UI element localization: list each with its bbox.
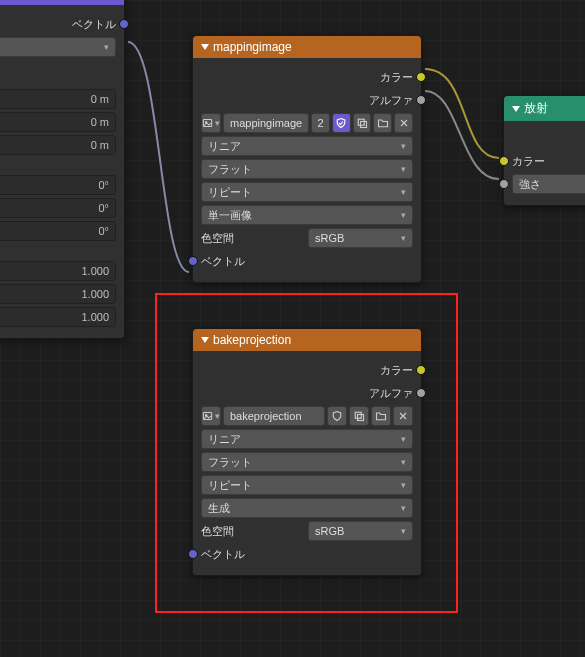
colorspace-label: 色空間 <box>201 231 234 246</box>
vector-output-socket[interactable] <box>119 19 129 29</box>
strength-input-socket[interactable] <box>499 179 509 189</box>
collapse-icon[interactable] <box>201 337 209 343</box>
fake-user-button[interactable] <box>332 113 351 133</box>
new-image-button[interactable] <box>353 113 372 133</box>
rot-y[interactable]: 0° <box>0 198 116 218</box>
vector-output-label: ベクトル <box>72 17 116 32</box>
extension-select[interactable]: リピート▾ <box>201 182 413 202</box>
image-icon <box>202 117 213 129</box>
duplicate-icon <box>353 410 365 422</box>
svg-rect-3 <box>361 122 367 128</box>
color-output-label: カラー <box>380 70 413 85</box>
unlink-button[interactable] <box>393 406 413 426</box>
svg-rect-7 <box>358 415 364 421</box>
colorspace-select[interactable]: sRGB▾ <box>308 521 413 541</box>
new-image-button[interactable] <box>349 406 369 426</box>
alpha-output-socket[interactable] <box>416 95 426 105</box>
projection-select[interactable]: フラット▾ <box>201 159 413 179</box>
emission-node[interactable]: 放射 カラー 強さ <box>503 95 585 206</box>
color-input-label: カラー <box>512 154 545 169</box>
node-title: bakeprojection <box>213 333 291 347</box>
fake-user-button[interactable] <box>327 406 347 426</box>
image-name-field[interactable]: mappingimage <box>223 113 309 133</box>
scale-z[interactable]: 1.000 <box>0 307 116 327</box>
shield-outline-icon <box>331 410 343 422</box>
node-title: 放射 <box>524 100 548 117</box>
image-browse-button[interactable]: ▾ <box>201 113 221 133</box>
svg-rect-6 <box>355 412 361 418</box>
mappingimage-node[interactable]: mappingimage カラー アルファ ▾ mappingimage 2 <box>192 35 422 283</box>
duplicate-icon <box>356 117 368 129</box>
rot-x[interactable]: 0° <box>0 175 116 195</box>
interpolation-select[interactable]: リニア▾ <box>201 429 413 449</box>
source-select[interactable]: 生成▾ <box>201 498 413 518</box>
loc-x[interactable]: 0 m <box>0 89 116 109</box>
scale-x[interactable]: 1.000 <box>0 261 116 281</box>
alpha-output-label: アルファ <box>369 93 413 108</box>
open-image-button[interactable] <box>373 113 392 133</box>
bakeprojection-node[interactable]: bakeprojection カラー アルファ ▾ bakeprojection <box>192 328 422 576</box>
strength-field[interactable]: 強さ <box>512 174 585 194</box>
colorspace-select[interactable]: sRGB▾ <box>308 228 413 248</box>
close-icon <box>398 117 410 129</box>
vector-input-socket[interactable] <box>188 256 198 266</box>
open-image-button[interactable] <box>371 406 391 426</box>
node-header[interactable]: mappingimage <box>193 36 421 58</box>
projection-select[interactable]: フラット▾ <box>201 452 413 472</box>
user-count[interactable]: 2 <box>311 113 330 133</box>
vector-input-label: ベクトル <box>201 254 245 269</box>
alpha-output-label: アルファ <box>369 386 413 401</box>
close-icon <box>397 410 409 422</box>
image-name-field[interactable]: bakeprojection <box>223 406 325 426</box>
loc-y[interactable]: 0 m <box>0 112 116 132</box>
image-icon <box>202 410 213 422</box>
scale-y[interactable]: 1.000 <box>0 284 116 304</box>
color-input-socket[interactable] <box>499 156 509 166</box>
color-output-socket[interactable] <box>416 72 426 82</box>
vector-input-label: ベクトル <box>201 547 245 562</box>
vector-node[interactable]: ベクトル ▾ 0 m 0 m 0 m 0° 0° 0° 1.000 1.000 … <box>0 0 125 339</box>
svg-rect-2 <box>358 119 364 125</box>
folder-icon <box>375 410 387 422</box>
extension-select[interactable]: リピート▾ <box>201 475 413 495</box>
color-output-label: カラー <box>380 363 413 378</box>
node-title: mappingimage <box>213 40 292 54</box>
vector-input-socket[interactable] <box>188 549 198 559</box>
image-browse-button[interactable]: ▾ <box>201 406 221 426</box>
collapse-icon[interactable] <box>201 44 209 50</box>
colorspace-label: 色空間 <box>201 524 234 539</box>
loc-z[interactable]: 0 m <box>0 135 116 155</box>
alpha-output-socket[interactable] <box>416 388 426 398</box>
collapse-icon[interactable] <box>512 106 520 112</box>
source-select[interactable]: 単一画像▾ <box>201 205 413 225</box>
node-header[interactable]: 放射 <box>504 96 585 121</box>
shield-icon <box>335 117 347 129</box>
folder-icon <box>377 117 389 129</box>
type-select[interactable]: ▾ <box>0 37 116 57</box>
rot-z[interactable]: 0° <box>0 221 116 241</box>
unlink-button[interactable] <box>394 113 413 133</box>
node-header[interactable]: bakeprojection <box>193 329 421 351</box>
interpolation-select[interactable]: リニア▾ <box>201 136 413 156</box>
color-output-socket[interactable] <box>416 365 426 375</box>
